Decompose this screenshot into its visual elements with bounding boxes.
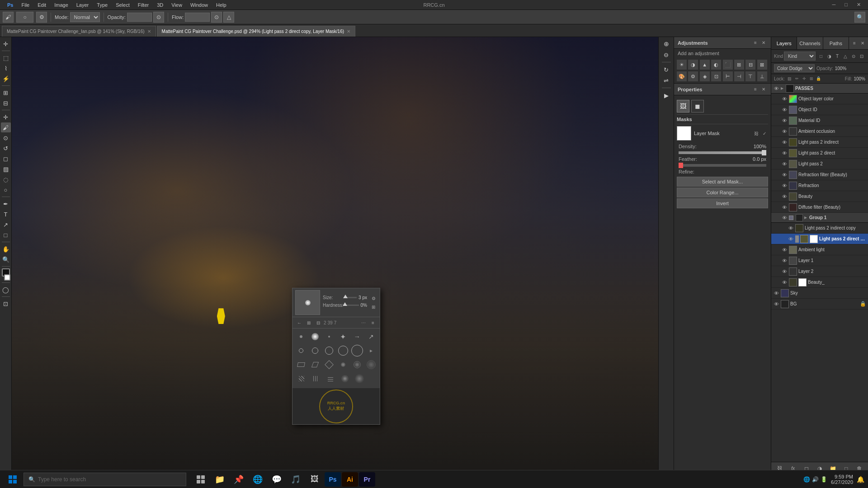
lp2dc-eye[interactable]: 👁 xyxy=(788,236,794,242)
props-mask-icon[interactable]: ◼ xyxy=(691,100,704,113)
filter-type[interactable]: T xyxy=(834,52,841,60)
brush-picker[interactable]: ○ xyxy=(16,12,33,23)
layers-panel-menu[interactable]: ≡ xyxy=(851,40,858,47)
airbrush-toggle[interactable]: △ xyxy=(223,12,234,23)
amb-occ-eye[interactable]: 👁 xyxy=(781,128,788,135)
brush-preset-arrow2[interactable]: ↗ xyxy=(365,330,377,343)
brush-preset-3[interactable] xyxy=(323,330,335,343)
amb-light-eye[interactable]: 👁 xyxy=(781,247,788,253)
layer-object-color[interactable]: 👁 Object layer color xyxy=(771,94,868,104)
layer-1[interactable]: 👁 Layer 1 xyxy=(771,255,868,266)
menu-help[interactable]: Help xyxy=(212,1,230,9)
adj-curves[interactable]: ◑ xyxy=(688,60,698,70)
brush-texture-1[interactable] xyxy=(295,372,308,385)
brush-tb-list[interactable]: ≡ xyxy=(369,319,377,327)
brush-preset-spray[interactable]: ✦ xyxy=(337,330,349,343)
layer-group-passes[interactable]: 👁 ▶ PASSES xyxy=(771,84,868,94)
beauty2-eye[interactable]: 👁 xyxy=(781,279,788,286)
tab-2-close[interactable]: ✕ xyxy=(347,29,350,34)
layer-2[interactable]: 👁 Layer 2 xyxy=(771,266,868,277)
brush-tool[interactable]: 🖌 xyxy=(1,122,11,132)
beauty-eye[interactable]: 👁 xyxy=(781,193,788,200)
feather-slider[interactable] xyxy=(679,164,766,167)
window-minimize[interactable]: ─ xyxy=(829,1,840,9)
menu-view[interactable]: View xyxy=(168,1,186,9)
layer-light-pass-2-indirect[interactable]: 👁 Light pass 2 indirect xyxy=(771,137,868,148)
brush-special-6[interactable] xyxy=(365,358,377,371)
search-btn[interactable]: 🔍 xyxy=(854,12,865,23)
brush-size-more[interactable]: ▸ xyxy=(365,344,377,357)
eyedropper-tool[interactable]: ⊟ xyxy=(1,98,11,108)
layer1-eye[interactable]: 👁 xyxy=(781,258,788,264)
battery-icon[interactable]: 🔋 xyxy=(821,476,827,483)
brush-preset-arrow1[interactable]: → xyxy=(351,330,363,343)
brush-special-5[interactable] xyxy=(351,358,363,371)
premiere-icon[interactable]: Pr xyxy=(359,472,375,487)
tab-2[interactable]: MattePaint CG Paintover Challenge.psd @ … xyxy=(157,26,356,37)
adj-invert[interactable]: ⊤ xyxy=(745,71,755,81)
sky-eye[interactable]: 👁 xyxy=(773,290,779,296)
blur-tool[interactable]: ◌ xyxy=(1,174,11,184)
crop-tool[interactable]: ⊞ xyxy=(1,88,11,98)
lock-all[interactable]: 🔒 xyxy=(816,75,822,82)
lp2-eye[interactable]: 👁 xyxy=(781,161,788,167)
zoom-tool[interactable]: 🔍 xyxy=(1,254,11,264)
mask-link[interactable]: ⛓ xyxy=(753,130,760,137)
bg-eye[interactable]: 👁 xyxy=(773,301,779,307)
brush-size-22[interactable] xyxy=(337,344,349,357)
quick-mask[interactable]: ◯ xyxy=(1,285,11,295)
eraser-tool[interactable]: ◻ xyxy=(1,154,11,164)
layer-light-pass-2[interactable]: 👁 Light pass 2 xyxy=(771,159,868,169)
props-panel-close[interactable]: ✕ xyxy=(760,86,767,93)
flow-input[interactable]: 100% xyxy=(185,13,210,22)
filter-onoff[interactable]: ⊡ xyxy=(858,52,865,60)
heal-tool[interactable]: ✛ xyxy=(1,112,11,122)
adj-panel-menu[interactable]: ≡ xyxy=(752,39,759,47)
brush-tb-1[interactable]: ← xyxy=(295,319,303,327)
canvas-rotate[interactable]: ↻ xyxy=(661,65,671,75)
layer-beauty[interactable]: 👁 Beauty xyxy=(771,191,868,202)
passes-eye[interactable]: 👁 xyxy=(773,85,779,92)
adj-blackwhite[interactable]: ⊠ xyxy=(757,60,767,70)
filter-smart[interactable]: ⊙ xyxy=(850,52,857,60)
tab-channels[interactable]: Channels xyxy=(797,37,823,49)
layer-refraction-filter[interactable]: 👁 Refraction filter (Beauty) xyxy=(771,169,868,180)
layer-beauty-underscore[interactable]: 👁 Beauty_ xyxy=(771,277,868,288)
brush-preset-1[interactable] xyxy=(295,330,307,343)
brush-special-4[interactable] xyxy=(337,358,349,371)
obj-id-eye[interactable]: 👁 xyxy=(781,107,788,113)
menu-select[interactable]: Select xyxy=(112,1,133,9)
brush-texture-5[interactable] xyxy=(353,372,366,385)
brush-size-18[interactable] xyxy=(323,344,335,357)
density-slider[interactable] xyxy=(679,151,766,154)
wand-tool[interactable]: ⚡ xyxy=(1,74,11,84)
volume-icon[interactable]: 🔊 xyxy=(812,476,819,483)
window-close[interactable]: ✕ xyxy=(853,1,864,9)
lock-image[interactable]: ✏ xyxy=(794,75,800,82)
path-tool[interactable]: ↗ xyxy=(1,220,11,230)
adj-panel-close[interactable]: ✕ xyxy=(760,39,767,47)
invert-btn[interactable]: Invert xyxy=(677,198,768,208)
layer-material-id[interactable]: 👁 Material ID xyxy=(771,115,868,126)
brush-size-26[interactable] xyxy=(351,344,363,357)
pen-tool[interactable]: ✒ xyxy=(1,199,11,209)
layer-lp2-indirect-copy[interactable]: 👁 Light pass 2 indirect copy xyxy=(771,223,868,234)
opacity-input[interactable]: 100% xyxy=(127,13,152,22)
blend-mode-select[interactable]: Color Dodge xyxy=(774,64,815,72)
taskbar-app2[interactable]: 🎵 xyxy=(287,471,305,488)
filter-pixel[interactable]: □ xyxy=(817,52,825,60)
history-tool[interactable]: ↺ xyxy=(1,143,11,153)
brush-tb-3[interactable]: ⊟ xyxy=(314,319,322,327)
tab-1-close[interactable]: ✕ xyxy=(147,29,151,34)
menu-image[interactable]: Image xyxy=(51,1,72,9)
brush-special-2[interactable] xyxy=(309,358,321,371)
filter-shape[interactable]: △ xyxy=(842,52,849,60)
opacity-pressure[interactable]: ⊙ xyxy=(153,12,164,23)
brush-preset-2[interactable] xyxy=(309,330,321,343)
chrome-icon[interactable]: 🌐 xyxy=(249,471,267,488)
tab-paths[interactable]: Paths xyxy=(823,37,849,49)
adj-pattern[interactable]: ⊣ xyxy=(734,71,744,81)
brush-tb-2[interactable]: ⊞ xyxy=(305,319,313,327)
clone-tool[interactable]: ⊙ xyxy=(1,133,11,143)
adj-hue[interactable]: ◐ xyxy=(711,60,721,70)
